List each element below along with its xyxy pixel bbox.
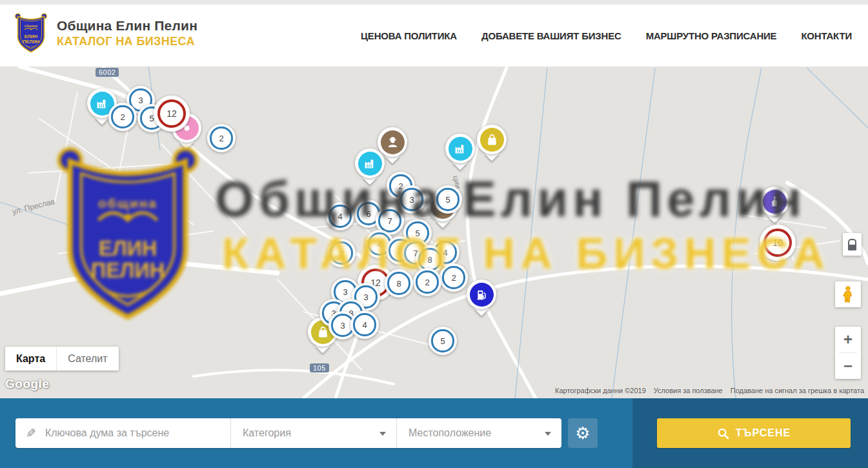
nav-item-contacts[interactable]: КОНТАКТИ	[801, 30, 852, 41]
municipality-crest-icon: община ЕЛИН ПЕЛИН	[14, 12, 48, 54]
map-cluster-marker[interactable]: 2	[327, 239, 356, 267]
map-pin-factory[interactable]	[445, 134, 475, 163]
site-title: Община Елин Пелин	[57, 18, 197, 34]
cluster-count: 2	[425, 278, 429, 287]
street-view-pegman-button[interactable]	[835, 281, 861, 307]
header: община ЕЛИН ПЕЛИН Община Елин Пелин КАТА…	[0, 5, 868, 67]
map-pin-bag[interactable]	[477, 125, 507, 154]
keyword-field[interactable]: ✎	[15, 418, 231, 448]
cluster-count: 7	[387, 216, 392, 226]
cluster-count: 2	[120, 112, 125, 122]
attribution-copyright: Картографски данни ©2019	[555, 387, 646, 394]
map-markers-layer: 3 2 5 12 2 2 3 5 6 4 7 5 4 2 2 7 4 8 2 2…	[0, 66, 868, 398]
cluster-count: 3	[363, 292, 368, 302]
map-cluster-marker[interactable]: 2	[413, 268, 441, 296]
google-logo[interactable]: Google	[5, 377, 49, 391]
cluster-count: 8	[427, 255, 432, 265]
map-cluster-marker[interactable]: 2	[108, 103, 137, 131]
map-pin-church[interactable]	[760, 187, 789, 216]
cluster-count: 4	[377, 239, 381, 249]
search-bar: ✎ Категория Местоположение ⚙ ТЪРСЕНЕ	[0, 398, 868, 468]
keyword-input[interactable]	[44, 427, 208, 440]
map-cluster-marker[interactable]: 5	[429, 327, 457, 355]
fuel-icon	[475, 288, 489, 301]
factory-icon	[96, 97, 109, 110]
cluster-count: 3	[409, 195, 414, 205]
map-cluster-marker[interactable]: 4	[350, 310, 379, 339]
map-pin-fuel[interactable]	[467, 280, 496, 309]
map-cluster-marker[interactable]: 4	[326, 202, 354, 230]
business-catalog-page: община ЕЛИН ПЕЛИН Община Елин Пелин КАТА…	[0, 0, 868, 468]
cluster-count: 10	[772, 238, 783, 248]
location-select-label: Местоположение	[409, 427, 491, 439]
cluster-count: 4	[338, 212, 342, 221]
pencil-icon: ✎	[26, 426, 36, 440]
cluster-count: 8	[396, 279, 401, 289]
site-logo[interactable]: община ЕЛИН ПЕЛИН Община Елин Пелин КАТА…	[14, 12, 197, 54]
map-cluster-marker[interactable]: 2	[439, 263, 468, 292]
map-attribution: Картографски данни ©2019 Условия за полз…	[555, 387, 864, 394]
pegman-icon	[840, 286, 856, 303]
logo-text: Община Елин Пелин КАТАЛОГ НА БИЗНЕСА	[57, 18, 197, 48]
cluster-count: 12	[167, 108, 177, 119]
nav-item-route-schedule[interactable]: МАРШРУТНО РАЗПИСАНИЕ	[646, 30, 777, 41]
cluster-count: 2	[451, 273, 456, 283]
cluster-count: 2	[219, 134, 223, 143]
factory-icon	[363, 157, 377, 170]
top-strip	[0, 0, 868, 5]
chevron-down-icon	[545, 432, 551, 436]
category-select[interactable]: Категория	[231, 418, 397, 448]
cluster-count: 2	[339, 249, 343, 258]
map-pin-factory[interactable]	[355, 148, 385, 178]
lock-button[interactable]	[843, 233, 862, 256]
cluster-count: 5	[445, 195, 450, 205]
terms-link[interactable]: Условия за ползване	[654, 387, 723, 394]
map-cluster-marker[interactable]: 2	[207, 124, 236, 152]
cluster-count: 3	[343, 287, 347, 297]
map-cluster-marker[interactable]: 10	[760, 225, 796, 261]
cluster-count: 5	[440, 336, 445, 346]
nav-item-add-business[interactable]: ДОБАВЕТЕ ВАШИЯТ БИЗНЕС	[481, 30, 621, 41]
cluster-count: 4	[362, 320, 367, 330]
search-fields: ✎ Категория Местоположение	[15, 418, 561, 448]
advanced-search-button[interactable]: ⚙	[568, 418, 598, 448]
cluster-count: 5	[415, 229, 419, 238]
map-type-map-button[interactable]: Карта	[5, 347, 56, 371]
bag-icon	[316, 325, 330, 339]
church-icon	[768, 195, 782, 209]
cluster-count: 3	[138, 96, 143, 105]
map-canvas[interactable]: 6002 105 ул. Преслав бул. „Новосел ции	[0, 66, 868, 398]
map-type-control: Карта Сателит	[5, 347, 119, 371]
zoom-out-button[interactable]: −	[835, 353, 861, 379]
bag-icon	[485, 133, 499, 147]
cluster-count: 3	[340, 321, 345, 331]
site-subtitle: КАТАЛОГ НА БИЗНЕСА	[57, 35, 197, 48]
map-cluster-marker[interactable]: 5	[434, 185, 462, 214]
search-icon	[717, 427, 729, 440]
zoom-control: + −	[835, 327, 861, 379]
map-cluster-marker[interactable]: 3	[398, 185, 426, 214]
map-type-satellite-button[interactable]: Сателит	[56, 347, 118, 371]
location-select[interactable]: Местоположение	[397, 418, 561, 448]
svg-text:ПЕЛИН: ПЕЛИН	[23, 39, 39, 45]
cluster-count: 6	[366, 209, 370, 219]
map-cluster-marker[interactable]: 8	[385, 269, 413, 298]
svg-text:община: община	[25, 24, 38, 28]
factory-icon	[454, 142, 467, 156]
report-error-link[interactable]: Подаване на сигнал за грешка в картата	[731, 387, 864, 394]
gear-icon: ⚙	[575, 425, 590, 442]
search-button[interactable]: ТЪРСЕНЕ	[657, 418, 851, 448]
nav-item-pricing[interactable]: ЦЕНОВА ПОЛИТИКА	[361, 30, 457, 41]
worker-icon	[386, 136, 399, 149]
category-select-label: Категория	[243, 427, 291, 439]
zoom-in-button[interactable]: +	[835, 327, 861, 352]
chevron-down-icon	[379, 432, 386, 436]
main-nav: ЦЕНОВА ПОЛИТИКА ДОБАВЕТЕ ВАШИЯТ БИЗНЕС М…	[361, 5, 852, 66]
map-cluster-marker[interactable]: 12	[154, 96, 190, 132]
